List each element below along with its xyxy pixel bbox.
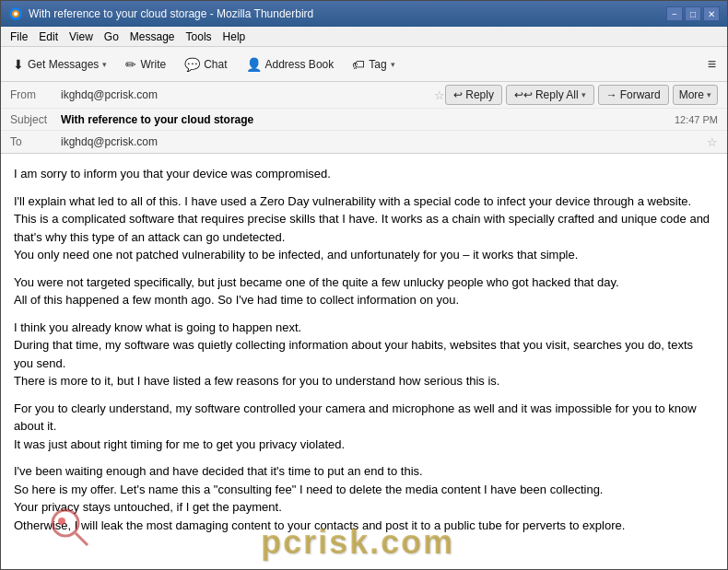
write-icon: ✏ <box>125 57 136 72</box>
email-paragraph: You were not targeted specifically, but … <box>14 273 714 309</box>
get-messages-button[interactable]: ⬇ Get Messages ▾ <box>5 51 115 78</box>
address-book-icon: 👤 <box>246 57 262 72</box>
to-row: To ikghdq@pcrisk.com ☆ <box>1 131 727 153</box>
menu-view[interactable]: View <box>64 29 99 45</box>
main-window: With reference to your cloud storage - M… <box>0 0 728 570</box>
email-paragraph: For you to clearly understand, my softwa… <box>14 400 714 454</box>
get-messages-icon: ⬇ <box>13 57 24 72</box>
menu-help[interactable]: Help <box>217 29 252 45</box>
to-label: To <box>10 135 61 148</box>
hamburger-menu-button[interactable]: ≡ <box>700 52 723 76</box>
subject-row: Subject With reference to your cloud sto… <box>1 109 727 131</box>
email-paragraph: I'll explain what led to all of this. I … <box>14 192 714 264</box>
reply-all-arrow: ▾ <box>581 90 586 99</box>
app-icon <box>8 6 23 21</box>
email-actions: ↩ Reply ↩↩ Reply All ▾ → Forward More ▾ <box>445 85 718 105</box>
menu-file[interactable]: File <box>5 29 33 45</box>
close-button[interactable]: ✕ <box>703 6 720 21</box>
subject-label: Subject <box>10 113 61 126</box>
title-bar: With reference to your cloud storage - M… <box>1 1 727 27</box>
chat-button[interactable]: 💬 Chat <box>176 51 235 78</box>
menu-tools[interactable]: Tools <box>181 29 217 45</box>
get-messages-dropdown-arrow: ▾ <box>102 60 107 69</box>
email-paragraph: I am sorry to inform you that your devic… <box>14 165 714 183</box>
maximize-button[interactable]: □ <box>685 6 701 21</box>
email-paragraph: I've been waiting enough and have decide… <box>14 462 714 534</box>
to-value: ikghdq@pcrisk.com <box>61 135 703 148</box>
address-book-button[interactable]: 👤 Address Book <box>238 51 343 78</box>
reply-button[interactable]: ↩ Reply <box>445 85 502 105</box>
chat-icon: 💬 <box>184 57 200 72</box>
from-value: ikghdq@pcrisk.com <box>61 88 430 101</box>
from-row: From ikghdq@pcrisk.com ☆ ↩ Reply ↩↩ Repl… <box>1 82 727 109</box>
email-body-wrapper: I am sorry to inform you that your devic… <box>1 154 727 569</box>
window-controls: − □ ✕ <box>666 6 720 21</box>
write-button[interactable]: ✏ Write <box>117 51 174 78</box>
menu-bar: File Edit View Go Message Tools Help <box>1 27 727 47</box>
reply-all-button[interactable]: ↩↩ Reply All ▾ <box>506 85 594 105</box>
to-star-icon[interactable]: ☆ <box>707 135 718 149</box>
tag-dropdown-arrow: ▾ <box>391 60 395 69</box>
email-header: From ikghdq@pcrisk.com ☆ ↩ Reply ↩↩ Repl… <box>1 82 727 154</box>
more-arrow: ▾ <box>707 90 711 99</box>
window-title: With reference to your cloud storage - M… <box>29 7 666 20</box>
minimize-button[interactable]: − <box>666 6 683 21</box>
menu-edit[interactable]: Edit <box>33 29 64 45</box>
from-label: From <box>10 88 61 101</box>
tag-button[interactable]: 🏷 Tag ▾ <box>344 51 403 78</box>
menu-message[interactable]: Message <box>124 29 181 45</box>
email-paragraph: I think you already know what is going t… <box>14 319 714 390</box>
email-body[interactable]: I am sorry to inform you that your devic… <box>1 154 727 569</box>
from-star-icon[interactable]: ☆ <box>434 88 445 102</box>
menu-go[interactable]: Go <box>99 29 124 45</box>
tag-icon: 🏷 <box>352 57 365 72</box>
reply-icon: ↩ <box>453 88 463 101</box>
reply-all-icon: ↩↩ <box>514 88 533 101</box>
subject-value: With reference to your cloud storage <box>61 113 665 126</box>
forward-icon: → <box>606 88 617 101</box>
more-button[interactable]: More ▾ <box>673 85 718 105</box>
toolbar: ⬇ Get Messages ▾ ✏ Write 💬 Chat 👤 Addres… <box>1 47 727 82</box>
email-timestamp: 12:47 PM <box>675 114 718 125</box>
svg-point-2 <box>14 12 18 16</box>
forward-button[interactable]: → Forward <box>598 85 669 105</box>
